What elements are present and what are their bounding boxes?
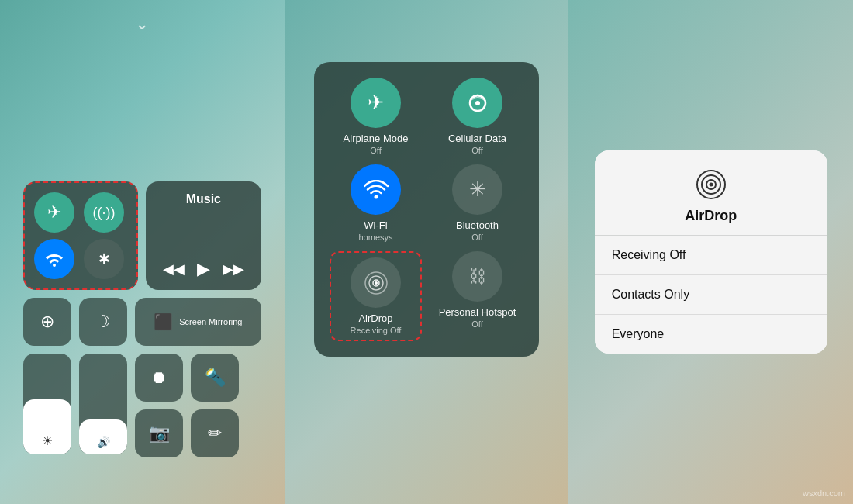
network-tile: ✈ ((·)) ✱: [23, 181, 138, 290]
second-row: ⊕ ☽ ⬛ Screen Mirroring: [23, 298, 261, 346]
next-button[interactable]: ▶▶: [223, 261, 244, 278]
bluetooth-item[interactable]: ✳ Bluetooth Off: [431, 164, 523, 242]
wifi-icon-circle: [351, 164, 401, 215]
airplane-mode-button[interactable]: ✈: [34, 192, 74, 233]
screen-mirroring-label: Screen Mirroring: [179, 317, 242, 326]
control-center-mid: ✈ Airplane Mode Off Cellular Data: [314, 62, 539, 357]
bottom-row-bottom: 📷 ✏: [135, 409, 261, 457]
airdrop-menu-title: AirDrop: [685, 208, 737, 224]
svg-point-2: [374, 195, 378, 198]
screen-mirroring-icon: ⬛: [154, 312, 173, 331]
record-button[interactable]: ⏺: [135, 354, 183, 402]
svg-point-6: [375, 281, 378, 285]
bluetooth-sublabel: Off: [471, 233, 482, 242]
bottom-buttons-col: ⏺ 🔦 📷 ✏: [135, 354, 261, 457]
chevron-icon: ⌄: [135, 14, 149, 34]
brightness-icon: ☀: [42, 433, 53, 448]
wifi-label: Wi-Fi: [364, 219, 387, 231]
right-panel: AirDrop Receiving Off Contacts Only Ever…: [568, 0, 853, 504]
airdrop-item[interactable]: AirDrop Receiving Off: [330, 251, 422, 341]
mid-grid: ✈ Airplane Mode Off Cellular Data: [330, 78, 523, 341]
airplane-mode-icon-circle: ✈: [351, 78, 401, 128]
cellular-data-item[interactable]: Cellular Data Off: [431, 78, 523, 155]
top-row: ✈ ((·)) ✱ Music ◀◀ ▶ ▶▶: [23, 181, 261, 290]
moon-icon: ☽: [95, 312, 111, 332]
music-title: Music: [158, 192, 249, 206]
prev-button[interactable]: ◀◀: [163, 261, 185, 278]
personal-hotspot-item[interactable]: ⛓ Personal Hotspot Off: [431, 251, 523, 341]
airplane-mode-sublabel: Off: [370, 146, 381, 155]
play-button[interactable]: ▶: [197, 259, 210, 279]
airdrop-icon-circle: [351, 257, 401, 308]
flashlight-button[interactable]: 🔦: [191, 354, 239, 402]
bluetooth-label: Bluetooth: [456, 219, 499, 231]
airplane-mode-label: Airplane Mode: [344, 133, 409, 144]
control-center-left: ✈ ((·)) ✱ Music ◀◀ ▶ ▶▶: [23, 181, 261, 457]
middle-panel: ✈ Airplane Mode Off Cellular Data: [285, 0, 569, 504]
airplane-mode-item[interactable]: ✈ Airplane Mode Off: [330, 78, 422, 155]
personal-hotspot-icon-circle: ⛓: [452, 251, 502, 302]
cellular-data-sublabel: Off: [471, 146, 482, 155]
rotation-lock-button[interactable]: ⊕: [23, 298, 71, 346]
left-panel: ⌄ ✈ ((·)) ✱ Music ◀◀ ▶ ▶▶: [0, 0, 285, 504]
cellular-data-icon-circle: [452, 78, 502, 128]
personal-hotspot-label: Personal Hotspot: [439, 306, 516, 318]
personal-hotspot-sublabel: Off: [471, 319, 482, 329]
receiving-off-option[interactable]: Receiving Off: [595, 236, 827, 275]
watermark: wsxdn.com: [803, 488, 845, 498]
wifi-item[interactable]: Wi-Fi homesys: [330, 164, 422, 242]
brightness-slider[interactable]: ☀: [23, 354, 71, 454]
music-tile: Music ◀◀ ▶ ▶▶: [146, 181, 261, 290]
rotation-lock-icon: ⊕: [40, 312, 54, 332]
control-center-right: AirDrop Receiving Off Contacts Only Ever…: [595, 150, 827, 354]
airdrop-header: AirDrop: [595, 150, 827, 235]
volume-slider[interactable]: 🔊: [79, 354, 127, 454]
airdrop-label: AirDrop: [358, 312, 392, 324]
volume-icon: 🔊: [97, 436, 110, 448]
screen-mirroring-button[interactable]: ⬛ Screen Mirroring: [135, 298, 261, 346]
contacts-only-option[interactable]: Contacts Only: [595, 275, 827, 315]
airdrop-menu-icon: [692, 166, 730, 203]
svg-point-10: [709, 183, 713, 187]
camera-button[interactable]: 📷: [135, 409, 183, 457]
do-not-disturb-button[interactable]: ☽: [79, 298, 127, 346]
everyone-option[interactable]: Everyone: [595, 315, 827, 354]
music-controls: ◀◀ ▶ ▶▶: [158, 259, 249, 279]
bluetooth-icon-circle: ✳: [452, 164, 502, 215]
mid-card: ✈ Airplane Mode Off Cellular Data: [314, 62, 539, 357]
bluetooth-button[interactable]: ✱: [84, 239, 124, 279]
airdrop-sublabel: Receiving Off: [351, 326, 402, 335]
cellular-button[interactable]: ((·)): [84, 192, 124, 233]
wifi-button[interactable]: [34, 239, 74, 279]
sliders-bottom-area: ☀ 🔊 ⏺ 🔦 📷 ✏: [23, 354, 261, 457]
cellular-data-label: Cellular Data: [448, 133, 506, 144]
edit-button[interactable]: ✏: [191, 409, 239, 457]
bottom-row-top: ⏺ 🔦: [135, 354, 261, 402]
svg-point-1: [475, 101, 480, 105]
wifi-sublabel: homesys: [358, 233, 392, 242]
airdrop-menu: AirDrop Receiving Off Contacts Only Ever…: [595, 150, 827, 354]
